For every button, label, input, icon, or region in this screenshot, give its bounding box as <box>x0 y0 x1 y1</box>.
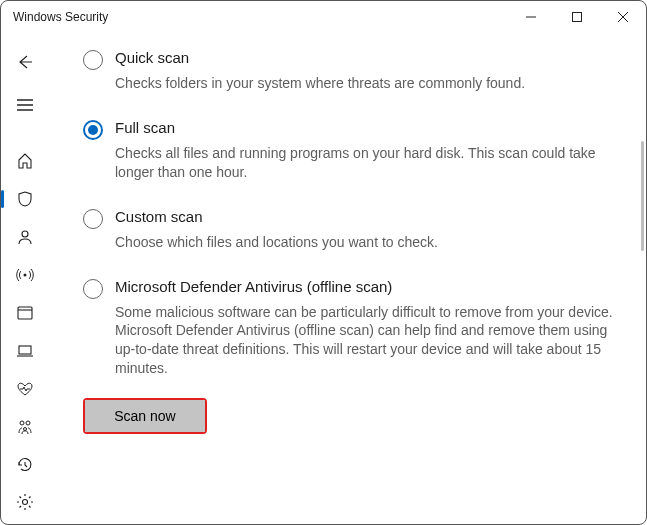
close-button[interactable] <box>600 1 646 33</box>
sidebar <box>1 33 49 524</box>
option-quick-scan[interactable]: Quick scan Checks folders in your system… <box>83 49 624 93</box>
hamburger-button[interactable] <box>5 87 45 125</box>
heart-pulse-icon <box>16 380 34 398</box>
scrollbar-thumb[interactable] <box>641 141 644 251</box>
nav-family-options[interactable] <box>1 408 49 446</box>
window-frame: Windows Security <box>0 0 647 525</box>
option-description: Checks all files and running programs on… <box>115 144 624 182</box>
svg-point-16 <box>23 500 28 505</box>
scan-now-button[interactable]: Scan now <box>85 400 205 432</box>
hamburger-icon <box>17 99 33 111</box>
option-full-scan[interactable]: Full scan Checks all files and running p… <box>83 119 624 182</box>
option-custom-scan[interactable]: Custom scan Choose which files and locat… <box>83 208 624 252</box>
shield-icon <box>16 190 34 208</box>
nav-home[interactable] <box>1 142 49 180</box>
nav-virus-protection[interactable] <box>1 180 49 218</box>
scan-now-highlight: Scan now <box>83 398 207 434</box>
person-icon <box>16 228 34 246</box>
home-icon <box>16 152 34 170</box>
back-arrow-icon <box>16 53 34 71</box>
option-title: Custom scan <box>115 208 624 225</box>
minimize-icon <box>526 12 536 22</box>
svg-point-8 <box>24 274 27 277</box>
radio-quick-scan[interactable] <box>83 50 103 70</box>
svg-point-13 <box>20 421 24 425</box>
nav-account-protection[interactable] <box>1 218 49 256</box>
history-icon <box>16 456 34 474</box>
option-description: Checks folders in your system where thre… <box>115 74 624 93</box>
nav-protection-history[interactable] <box>1 446 49 484</box>
radio-offline-scan[interactable] <box>83 279 103 299</box>
svg-rect-1 <box>573 13 582 22</box>
svg-rect-9 <box>18 307 32 319</box>
nav-app-browser[interactable] <box>1 294 49 332</box>
nav-device-security[interactable] <box>1 332 49 370</box>
svg-point-14 <box>26 421 30 425</box>
option-title: Quick scan <box>115 49 624 66</box>
antenna-icon <box>16 266 34 284</box>
svg-point-15 <box>24 428 27 431</box>
maximize-button[interactable] <box>554 1 600 33</box>
radio-custom-scan[interactable] <box>83 209 103 229</box>
option-offline-scan[interactable]: Microsoft Defender Antivirus (offline sc… <box>83 278 624 379</box>
option-title: Full scan <box>115 119 624 136</box>
maximize-icon <box>572 12 582 22</box>
minimize-button[interactable] <box>508 1 554 33</box>
family-icon <box>16 418 34 436</box>
gear-icon <box>16 493 34 511</box>
option-title: Microsoft Defender Antivirus (offline sc… <box>115 278 624 295</box>
nav-settings[interactable] <box>1 484 49 520</box>
back-button[interactable] <box>5 43 45 81</box>
nav-firewall[interactable] <box>1 256 49 294</box>
nav-device-performance[interactable] <box>1 370 49 408</box>
option-description: Choose which files and locations you wan… <box>115 233 624 252</box>
titlebar: Windows Security <box>1 1 646 33</box>
radio-full-scan[interactable] <box>83 120 103 140</box>
option-description: Some malicious software can be particula… <box>115 303 624 379</box>
window-title: Windows Security <box>13 10 108 24</box>
svg-rect-11 <box>19 346 31 354</box>
svg-point-7 <box>22 231 28 237</box>
laptop-icon <box>16 342 34 360</box>
close-icon <box>618 12 628 22</box>
content-area: Quick scan Checks folders in your system… <box>49 33 646 524</box>
app-window-icon <box>16 304 34 322</box>
